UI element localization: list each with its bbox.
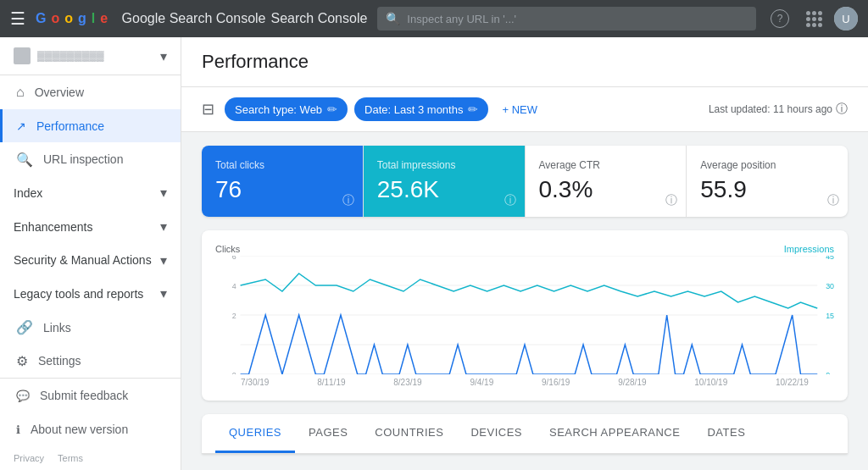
- footer-links: Privacy Terms: [0, 446, 181, 470]
- chart-x-label-3: 9/4/19: [470, 378, 493, 387]
- sidebar-bottom: 💬 Submit feedback ℹ About new version Pr…: [0, 378, 181, 470]
- total-impressions-value: 25.6K: [377, 176, 511, 203]
- sidebar-item-links-label: Links: [43, 321, 71, 335]
- url-search-input[interactable]: [407, 13, 748, 25]
- topbar: ☰ Google Google Search Console Search Co…: [0, 0, 868, 37]
- sidebar-section-enhancements[interactable]: Enhancements ▾: [0, 210, 181, 244]
- svg-text:0: 0: [232, 371, 236, 374]
- help-button[interactable]: ?: [766, 5, 793, 32]
- apps-button[interactable]: [800, 5, 827, 32]
- sidebar-item-feedback-label: Submit feedback: [40, 389, 128, 402]
- avg-ctr-label: Average CTR: [539, 159, 673, 171]
- index-chevron-icon: ▾: [160, 185, 167, 201]
- site-selector[interactable]: ▓▓▓▓▓▓▓▓▓ ▾: [0, 37, 181, 75]
- search-type-label: Search type: Web: [235, 103, 322, 116]
- svg-text:4: 4: [232, 282, 236, 290]
- avg-position-value: 55.9: [700, 176, 834, 203]
- last-updated-info-icon[interactable]: ⓘ: [836, 102, 848, 117]
- new-filter-label: + NEW: [502, 103, 537, 116]
- chart-x-label-7: 10/22/19: [776, 378, 809, 387]
- security-chevron-icon: ▾: [160, 252, 167, 268]
- new-filter-button[interactable]: + NEW: [495, 97, 544, 121]
- enhancements-chevron-icon: ▾: [160, 218, 167, 235]
- sidebar-item-feedback[interactable]: 💬 Submit feedback: [0, 379, 181, 412]
- search-icon: 🔍: [386, 12, 400, 25]
- chart-x-label-6: 10/10/19: [694, 378, 727, 387]
- sidebar-item-links[interactable]: 🔗 Links: [0, 311, 181, 345]
- sidebar: ▓▓▓▓▓▓▓▓▓ ▾ ⌂ Overview ↗ Performance 🔍 U…: [0, 37, 181, 470]
- total-clicks-value: 76: [215, 176, 349, 203]
- menu-icon[interactable]: ☰: [10, 8, 25, 29]
- total-impressions-label: Total impressions: [377, 159, 511, 171]
- toolbar: ⊟ Search type: Web ✏ Date: Last 3 months…: [181, 87, 868, 132]
- last-updated-text: Last updated: 11 hours ago: [709, 103, 832, 115]
- sidebar-section-index-label: Index: [14, 186, 42, 200]
- page-header: Performance: [181, 37, 868, 87]
- legacy-chevron-icon: ▾: [160, 285, 167, 301]
- total-clicks-label: Total clicks: [215, 159, 349, 171]
- links-icon: 🔗: [16, 319, 33, 335]
- svg-text:0: 0: [826, 371, 830, 374]
- chart-x-label-5: 9/28/19: [618, 378, 646, 387]
- date-chip[interactable]: Date: Last 3 months ✏: [354, 97, 488, 121]
- metrics-row: Total clicks 76 ⓘ Total impressions 25.6…: [202, 146, 848, 217]
- chart-x-labels: 7/30/19 8/11/19 8/23/19 9/4/19 9/16/19 9…: [215, 374, 834, 387]
- settings-icon: ⚙: [16, 353, 28, 369]
- tab-countries[interactable]: COUNTRIES: [361, 414, 457, 453]
- tab-queries[interactable]: QUERIES: [215, 414, 295, 453]
- svg-text:300: 300: [826, 282, 834, 290]
- date-edit-icon: ✏: [468, 102, 478, 116]
- feedback-icon: 💬: [16, 390, 30, 402]
- avg-ctr-value: 0.3%: [539, 176, 673, 203]
- sidebar-item-about[interactable]: ℹ About new version: [0, 412, 181, 446]
- performance-icon: ↗: [16, 119, 26, 133]
- total-impressions-info-icon[interactable]: ⓘ: [504, 193, 516, 208]
- user-avatar[interactable]: U: [834, 7, 858, 30]
- svg-text:6: 6: [232, 256, 236, 261]
- about-icon: ℹ: [16, 423, 20, 436]
- metric-avg-position: Average position 55.9 ⓘ: [687, 146, 848, 217]
- sidebar-item-url-inspection-label: URL inspection: [43, 152, 123, 166]
- privacy-link[interactable]: Privacy: [14, 453, 44, 463]
- svg-text:2: 2: [232, 312, 236, 320]
- sidebar-item-settings[interactable]: ⚙ Settings: [0, 344, 181, 378]
- chart-svg: 6 4 2 0 450 300 150 0: [215, 256, 834, 374]
- sidebar-item-url-inspection[interactable]: 🔍 URL inspection: [0, 142, 181, 176]
- sidebar-section-security[interactable]: Security & Manual Actions ▾: [0, 243, 181, 277]
- site-chevron-icon[interactable]: ▾: [160, 48, 167, 64]
- site-favicon: [14, 47, 31, 64]
- avg-position-info-icon[interactable]: ⓘ: [827, 193, 839, 208]
- sidebar-section-index[interactable]: Index ▾: [0, 176, 181, 210]
- tab-dates[interactable]: DATES: [693, 414, 759, 453]
- sidebar-section-legacy-label: Legacy tools and reports: [14, 287, 143, 301]
- total-clicks-info-icon[interactable]: ⓘ: [342, 193, 354, 208]
- tab-search-appearance[interactable]: SEARCH APPEARANCE: [536, 414, 693, 453]
- terms-link[interactable]: Terms: [58, 453, 83, 463]
- home-icon: ⌂: [16, 85, 25, 100]
- sidebar-item-performance[interactable]: ↗ Performance: [0, 109, 181, 143]
- date-label: Date: Last 3 months: [364, 103, 463, 116]
- sidebar-item-overview-label: Overview: [35, 86, 84, 99]
- svg-text:450: 450: [826, 256, 834, 261]
- tab-devices[interactable]: DEVICES: [457, 414, 536, 453]
- search-type-edit-icon: ✏: [327, 102, 337, 116]
- sidebar-item-settings-label: Settings: [38, 354, 81, 368]
- avg-ctr-info-icon[interactable]: ⓘ: [665, 193, 677, 208]
- sidebar-item-overview[interactable]: ⌂ Overview: [0, 75, 181, 109]
- sidebar-item-performance-label: Performance: [36, 119, 104, 133]
- sidebar-section-legacy[interactable]: Legacy tools and reports ▾: [0, 277, 181, 311]
- search-type-chip[interactable]: Search type: Web ✏: [225, 97, 348, 121]
- site-name: ▓▓▓▓▓▓▓▓▓: [37, 50, 153, 62]
- chart-clicks-label: Clicks: [215, 244, 240, 254]
- url-search-bar[interactable]: 🔍: [377, 7, 756, 30]
- main-content: Performance ⊟ Search type: Web ✏ Date: L…: [181, 37, 868, 470]
- tab-pages[interactable]: PAGES: [295, 414, 361, 453]
- filter-icon[interactable]: ⊟: [202, 100, 214, 119]
- last-updated: Last updated: 11 hours ago ⓘ: [709, 102, 848, 117]
- svg-text:150: 150: [826, 312, 834, 320]
- sidebar-section-security-label: Security & Manual Actions: [14, 253, 152, 267]
- chart-x-label-4: 9/16/19: [542, 378, 570, 387]
- app-logo: Google Google Search Console Search Cons…: [36, 11, 367, 26]
- page-title: Performance: [202, 51, 848, 73]
- url-inspection-icon: 🔍: [16, 152, 33, 168]
